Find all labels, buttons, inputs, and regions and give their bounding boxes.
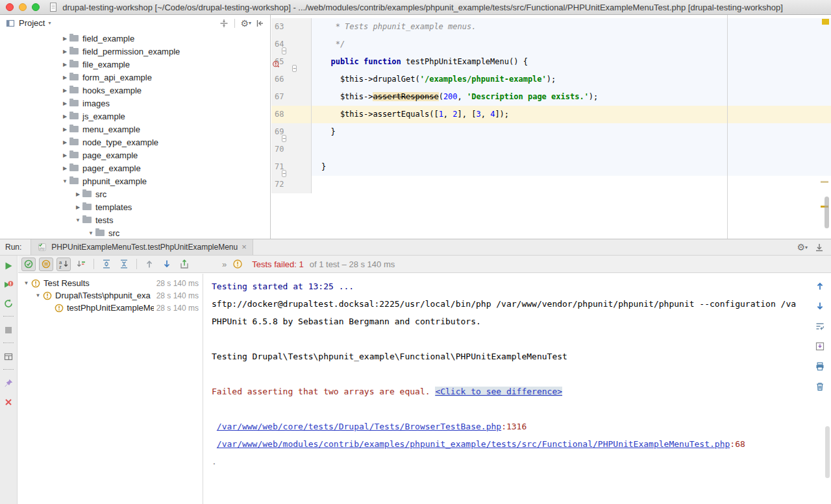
tree-item-node_type_example[interactable]: ▶node_type_example [0,136,269,149]
console-hyperlink[interactable]: <Click to see difference> [435,387,562,396]
close-tab-icon[interactable]: × [242,243,247,251]
gutter-line-number[interactable]: 67 [271,88,312,106]
test-failed-gutter-icon[interactable] [272,60,282,71]
scroll-to-end-button[interactable] [813,339,827,353]
gutter-line-number[interactable]: 66 [271,71,312,88]
project-settings-button[interactable]: ⚙▾ [240,19,251,28]
tree-item-tests[interactable]: ▼tests [0,213,269,226]
print-button[interactable] [813,359,827,373]
tree-item-menu_example[interactable]: ▶menu_example [0,123,269,136]
show-passed-button[interactable] [21,258,36,271]
fold-marker-icon[interactable]: − [282,170,286,177]
chevron-down-icon[interactable]: ▼ [22,280,31,286]
gutter-line-number[interactable]: 64− [271,36,312,53]
sort-by-duration-button[interactable] [74,258,88,271]
editor-line-67[interactable]: 67 $this->assertResponse(200, 'Descripti… [271,88,831,106]
tree-item-images[interactable]: ▶images [0,97,269,110]
chevron-right-icon[interactable]: ▶ [60,75,69,80]
editor-line-71[interactable]: 71−} [271,158,831,176]
editor-line-68[interactable]: 68 $this->assertEquals([1, 2], [3, 4]); [271,106,831,123]
gutter-line-number[interactable]: 71− [271,158,312,176]
chevron-right-icon[interactable]: ▶ [60,152,69,158]
compress-entries-button[interactable] [219,18,229,29]
chevron-down-icon[interactable]: ▼ [34,293,42,298]
chevron-right-icon[interactable]: ▶ [60,101,69,106]
close-window-button[interactable] [6,3,14,11]
minimize-window-button[interactable] [19,3,27,11]
tree-item-field_permission_example[interactable]: ▶field_permission_example [0,45,269,58]
soft-wrap-button[interactable] [813,319,827,333]
down-button[interactable] [813,299,827,313]
pin-button[interactable] [1,376,16,390]
chevron-right-icon[interactable]: ▶ [60,126,69,132]
console-hyperlink[interactable]: /var/www/web/core/tests/Drupal/Tests/Bro… [217,422,501,431]
console-hyperlink[interactable]: /var/www/web/modules/contrib/examples/ph… [217,439,730,449]
project-panel-title[interactable]: Project [19,18,45,28]
zoom-window-button[interactable] [32,3,40,11]
show-ignored-button[interactable] [39,258,53,271]
tree-item-file_example[interactable]: ▶file_example [0,58,269,71]
previous-occurrence-button[interactable] [142,258,156,271]
editor-line-64[interactable]: 64− */ [271,36,831,53]
tree-item-page_example[interactable]: ▶page_example [0,149,269,162]
fold-marker-icon[interactable]: − [282,47,286,54]
code-editor[interactable]: 63 * Tests phpunit_example menus.64− */6… [271,15,831,239]
up-button[interactable] [813,279,827,293]
chevron-right-icon[interactable]: ▶ [60,36,69,42]
chevron-right-icon[interactable]: ▶ [60,62,69,67]
close-button[interactable] [1,395,16,409]
chevron-right-icon[interactable]: ▶ [60,88,69,93]
warning-stripe-mark[interactable] [821,181,828,183]
editor-line-70[interactable]: 70 [271,141,831,158]
expand-all-button[interactable] [99,258,114,271]
hide-bottom-panel-button[interactable] [814,242,825,252]
tree-item-hooks_example[interactable]: ▶hooks_example [0,84,269,97]
gutter-line-number[interactable]: 68 [271,106,312,123]
fold-marker-icon[interactable]: − [292,65,297,72]
editor-line-65[interactable]: 65− public function testPhpUnitExampleMe… [271,53,831,71]
chevron-right-icon[interactable]: ▶ [60,49,69,54]
run-tab[interactable]: php PHPUnitExampleMenuTest.testPhpUnitEx… [31,239,253,255]
tree-item-pager_example[interactable]: ▶pager_example [0,162,269,174]
restore-layout-button[interactable] [1,350,16,363]
tree-item-phpunit_example[interactable]: ▼phpunit_example [0,174,269,187]
editor-line-63[interactable]: 63 * Tests phpunit_example menus. [271,18,831,36]
chevron-down-icon[interactable]: ▼ [86,230,95,236]
tree-item-templates[interactable]: ▶templates [0,200,269,213]
editor-line-66[interactable]: 66 $this->drupalGet('/examples/phpunit-e… [271,71,831,88]
test-console[interactable]: Testing started at 13:25 ...sftp://docke… [204,274,831,504]
error-stripe-indicator[interactable] [822,19,829,25]
chevron-right-icon[interactable]: ▶ [73,204,82,210]
editor-line-69[interactable]: 69− } [271,123,831,141]
rerun-failed-button[interactable] [1,278,16,291]
run-settings-button[interactable]: ⚙▾ [797,243,808,252]
test-tree-item[interactable]: testPhpUnitExampleMe28 s 140 ms [18,302,203,314]
gutter-line-number[interactable]: 69− [271,123,312,141]
chevron-right-icon[interactable]: ▶ [73,191,82,197]
tree-item-field_example[interactable]: ▶field_example [0,32,269,45]
editor-line-72[interactable]: 72 [271,176,831,193]
clear-button[interactable] [813,379,827,393]
hide-panel-button[interactable] [254,18,265,29]
test-tree-item[interactable]: ▼Drupal\Tests\phpunit_exa28 s 140 ms [18,289,203,302]
import-test-results-button[interactable] [177,258,192,271]
gutter-line-number[interactable]: 63 [271,18,312,36]
gutter-line-number[interactable]: 65− [271,53,312,71]
editor-scrollbar[interactable] [825,197,829,228]
rerun-button[interactable] [1,259,16,272]
sort-alphabetically-button[interactable]: az [56,258,71,271]
tree-item-js_example[interactable]: ▶js_example [0,110,269,123]
console-scrollbar[interactable] [825,426,830,478]
chevron-right-icon[interactable]: ▶ [60,114,69,119]
next-occurrence-button[interactable] [160,258,174,271]
collapse-all-button[interactable] [117,258,131,271]
chevron-down-icon[interactable]: ▼ [73,217,82,223]
chevron-down-icon[interactable]: ▼ [60,178,69,184]
tree-item-form_api_example[interactable]: ▶form_api_example [0,71,269,84]
gutter-line-number[interactable]: 70 [271,141,312,158]
toggle-auto-test-button[interactable] [1,296,16,310]
fold-marker-icon[interactable]: − [282,135,286,142]
test-tree-item[interactable]: ▼Test Results28 s 140 ms [18,277,203,289]
tree-item-src[interactable]: ▼src [0,226,269,239]
tree-item-src[interactable]: ▶src [0,187,269,200]
